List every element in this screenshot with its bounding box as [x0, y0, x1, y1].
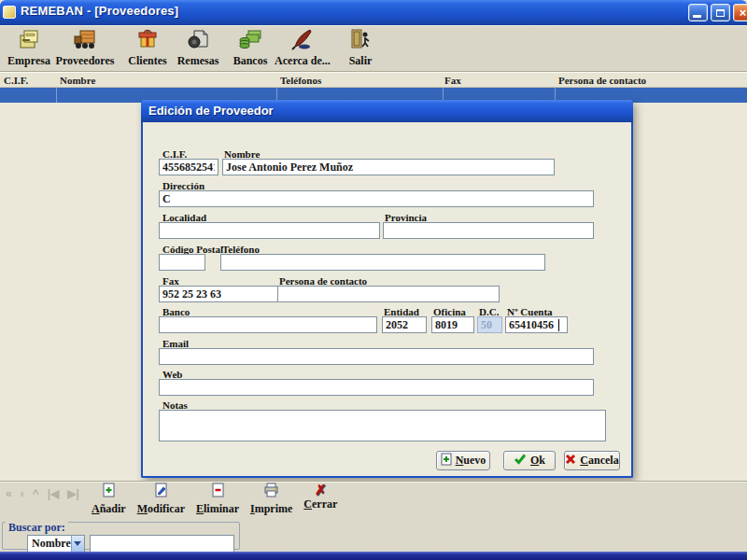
nuevo-button[interactable]: Nuevo [436, 451, 490, 470]
suppliers-truck-icon [72, 27, 98, 53]
clients-gift-icon [134, 27, 161, 53]
dialog-title: Edición de Proveedor [148, 104, 274, 118]
close-icon: × [740, 7, 747, 19]
toolbar-button-acerca-de[interactable]: Acerca de... [269, 27, 336, 70]
app-icon [3, 6, 16, 19]
toolbar-button-proveedores[interactable]: Proveedores [56, 27, 114, 70]
close-button[interactable]: × [733, 4, 747, 21]
toolbar-label: Clientes [128, 54, 166, 68]
email-field[interactable] [159, 348, 594, 365]
web-field[interactable] [159, 379, 594, 396]
nav-prior-icon[interactable]: ‹ [21, 487, 24, 500]
search-input[interactable] [90, 535, 234, 553]
cerrar-button[interactable]: ✗ Cerrar [303, 483, 337, 516]
company-icon [16, 27, 42, 53]
search-groupbox: Buscar por: Nombre [2, 522, 240, 550]
column-header-fax[interactable]: Fax [444, 75, 461, 86]
cerrar-label: Cerrar [303, 497, 337, 511]
imprime-label: Imprime [250, 502, 292, 516]
add-record-icon [102, 483, 116, 502]
toolbar-button-remesas[interactable]: Remesas [170, 27, 226, 70]
cancela-button-label: Cancela [580, 454, 618, 468]
toolbar-button-salir[interactable]: Salir [336, 27, 385, 70]
column-header-nombre[interactable]: Nombre [60, 75, 95, 86]
toolbar-button-empresa[interactable]: Empresa [2, 27, 56, 70]
nav-up-icon[interactable]: ^ [33, 487, 39, 500]
remittances-documents-icon [185, 27, 211, 53]
record-navigator: « ‹ ^ |◀ ▶| [6, 487, 79, 500]
print-icon [263, 483, 279, 502]
search-field-select[interactable]: Nombre [27, 535, 85, 553]
application-window: REMEBAN - [Proveedores] × Empresa Provee… [0, 0, 747, 560]
toolbar-label: Salir [349, 54, 373, 68]
grid-column-headers: C.I.F. Nombre Teléfonos Fax Persona de c… [0, 72, 747, 88]
column-header-telefonos[interactable]: Teléfonos [280, 75, 321, 86]
chevron-down-icon [74, 541, 81, 546]
banks-money-icon [237, 27, 263, 53]
minimize-icon [693, 15, 701, 18]
record-toolbar: « ‹ ^ |◀ ▶| Añadir Modificar Eliminar Im… [0, 481, 747, 515]
minimize-button[interactable] [688, 4, 708, 21]
modificar-label: Modificar [137, 502, 185, 516]
cancela-button[interactable]: Cancela [564, 451, 620, 470]
main-toolbar: Empresa Proveedores Clientes Remesas Ban… [0, 25, 747, 72]
eliminar-label: Eliminar [196, 502, 239, 516]
dialog-title-bar: Edición de Proveedor [141, 100, 633, 122]
anadir-button[interactable]: Añadir [92, 483, 126, 516]
x-icon [565, 454, 576, 469]
oficina-field[interactable] [431, 316, 474, 333]
toolbar-label: Proveedores [56, 54, 115, 68]
cif-field[interactable] [159, 159, 218, 175]
telefono-field[interactable] [220, 254, 545, 271]
column-header-cif[interactable]: C.I.F. [4, 75, 28, 86]
delete-record-icon [211, 483, 225, 502]
exit-door-icon [347, 27, 374, 53]
edit-supplier-dialog: Edición de Proveedor C.I.F. Nombre Direc… [141, 100, 633, 478]
fax-field[interactable] [159, 286, 278, 302]
nuevo-button-label: Nuevo [456, 454, 486, 468]
direccion-field[interactable] [159, 190, 594, 207]
maximize-button[interactable] [711, 4, 730, 21]
eliminar-button[interactable]: Eliminar [196, 483, 239, 516]
provincia-field[interactable] [383, 222, 594, 239]
combo-dropdown-button[interactable] [71, 536, 84, 552]
nombre-field[interactable] [222, 159, 555, 175]
imprime-button[interactable]: Imprime [250, 483, 292, 516]
localidad-field[interactable] [159, 222, 380, 239]
anadir-label: Añadir [92, 502, 126, 516]
ok-button-label: Ok [530, 454, 545, 468]
nav-last-record-icon[interactable]: ▶| [67, 487, 79, 500]
modificar-button[interactable]: Modificar [137, 483, 185, 516]
title-bar: REMEBAN - [Proveedores] × [0, 0, 747, 25]
entidad-field[interactable] [382, 316, 427, 333]
column-separator [56, 88, 57, 103]
persona-contacto-field[interactable] [277, 286, 500, 302]
search-field-selected-value: Nombre [28, 537, 71, 551]
window-bottom-border [0, 552, 747, 560]
notas-field[interactable] [159, 410, 606, 441]
banco-field[interactable] [159, 316, 377, 333]
search-panel: Buscar por: Nombre [0, 515, 747, 552]
about-quill-icon [289, 27, 316, 53]
ok-button[interactable]: Ok [503, 451, 556, 470]
dc-field [477, 316, 502, 333]
close-view-icon: ✗ [315, 483, 327, 497]
check-icon [514, 454, 527, 469]
nav-first-icon[interactable]: « [6, 487, 12, 500]
text-caret [558, 319, 559, 331]
window-title: REMEBAN - [Proveedores] [21, 4, 178, 18]
toolbar-button-clientes[interactable]: Clientes [120, 27, 176, 70]
nav-first-record-icon[interactable]: |◀ [48, 487, 60, 500]
edit-record-icon [154, 483, 168, 502]
maximize-icon [716, 9, 725, 17]
search-group-label: Buscar por: [6, 522, 68, 533]
toolbar-label: Remesas [177, 54, 219, 68]
new-record-icon [441, 453, 452, 469]
codigo-postal-field[interactable] [159, 254, 205, 271]
toolbar-label: Empresa [7, 54, 50, 68]
toolbar-label: Bancos [233, 54, 268, 68]
toolbar-label: Acerca de... [275, 54, 331, 68]
column-header-persona[interactable]: Persona de contacto [558, 75, 646, 86]
